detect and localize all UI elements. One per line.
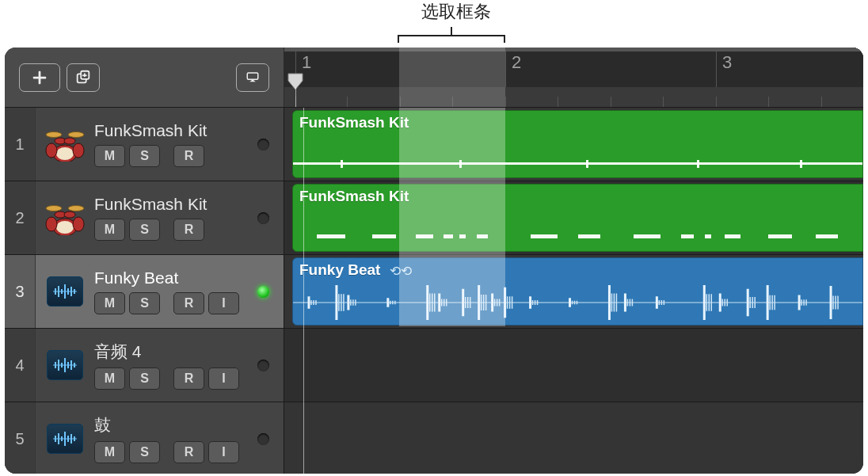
track-header[interactable]: 2FunkSmash KitMSR <box>5 181 284 254</box>
track-number: 1 <box>5 108 36 181</box>
track-name: Funky Beat <box>94 268 257 288</box>
track-row: 4音频 4MSRI <box>5 329 863 402</box>
mute-button[interactable]: M <box>94 219 125 241</box>
record-enable-button[interactable]: R <box>173 292 204 314</box>
track-name: 音频 4 <box>94 341 257 363</box>
record-enable-button[interactable]: R <box>173 441 204 463</box>
ruler[interactable]: 123 <box>284 48 863 107</box>
record-led <box>257 360 269 371</box>
ruler-mark: 2 <box>512 52 521 73</box>
track-number: 3 <box>5 255 36 328</box>
mute-button[interactable]: M <box>94 441 125 463</box>
marquee-ruler-highlight <box>399 48 505 107</box>
record-enable-button[interactable]: R <box>173 367 204 390</box>
track-lane[interactable]: FunkSmash Kit <box>284 181 863 254</box>
region[interactable]: FunkSmash Kit <box>292 184 863 252</box>
input-monitor-button[interactable]: I <box>208 292 239 314</box>
track-controls-header <box>5 48 284 107</box>
record-led <box>257 212 269 224</box>
audio-track-icon <box>36 276 94 307</box>
svg-rect-5 <box>82 74 87 76</box>
track-number: 2 <box>5 181 36 254</box>
track-number: 4 <box>5 329 36 402</box>
track-row: 2FunkSmash KitMSRFunkSmash Kit <box>5 181 863 255</box>
input-monitor-button[interactable]: I <box>208 367 239 390</box>
ruler-mark: 3 <box>722 52 732 73</box>
callout-label: 选取框条 <box>402 0 511 24</box>
track-name: 鼓 <box>94 414 257 436</box>
record-led <box>257 139 269 150</box>
mute-button[interactable]: M <box>94 367 125 390</box>
region-label: FunkSmash Kit <box>299 114 409 131</box>
track-name: FunkSmash Kit <box>94 195 257 214</box>
record-enable-button[interactable]: R <box>173 145 204 167</box>
audio-track-icon <box>36 350 94 380</box>
track-header[interactable]: 4音频 4MSRI <box>5 329 284 402</box>
drum-kit-icon <box>36 200 94 235</box>
track-name: FunkSmash Kit <box>94 121 257 140</box>
track-number: 5 <box>5 402 36 474</box>
solo-button[interactable]: S <box>129 292 160 314</box>
marquee-ruler-strip[interactable] <box>284 48 863 51</box>
solo-button[interactable]: S <box>129 367 160 390</box>
solo-button[interactable]: S <box>129 145 160 167</box>
tracks-header: 123 <box>5 48 863 108</box>
drum-kit-icon <box>36 127 94 162</box>
svg-rect-1 <box>33 76 47 78</box>
audio-track-icon <box>36 424 94 454</box>
track-row: 3Funky BeatMSRIFunky Beat⟲⟲ <box>5 255 863 329</box>
mute-button[interactable]: M <box>94 145 125 167</box>
mute-button[interactable]: M <box>94 292 125 314</box>
input-monitor-button[interactable]: I <box>208 441 239 463</box>
callout-bracket <box>398 27 505 44</box>
region-label: FunkSmash Kit <box>299 188 409 205</box>
record-enable-button[interactable]: R <box>173 219 204 241</box>
add-track-button[interactable] <box>19 63 60 92</box>
track-lane[interactable] <box>284 402 863 474</box>
ruler-mark: 1 <box>302 52 311 73</box>
region-label: Funky Beat <box>299 261 380 279</box>
track-header[interactable]: 1FunkSmash KitMSR <box>5 108 284 181</box>
record-led <box>257 433 269 445</box>
svg-rect-6 <box>247 73 258 79</box>
solo-button[interactable]: S <box>129 441 160 463</box>
record-led <box>257 286 269 298</box>
region[interactable]: Funky Beat⟲⟲ <box>292 257 863 326</box>
solo-button[interactable]: S <box>129 219 160 241</box>
loop-icon: ⟲⟲ <box>390 263 412 280</box>
track-lane[interactable]: FunkSmash Kit <box>284 108 863 181</box>
duplicate-track-button[interactable] <box>67 63 100 92</box>
region[interactable]: FunkSmash Kit <box>292 110 863 178</box>
track-header[interactable]: 3Funky BeatMSRI <box>5 255 284 328</box>
track-lane[interactable] <box>284 329 863 402</box>
tracks-area: 123 1FunkSmash KitMSRFunkSmash Kit2FunkS… <box>5 48 863 474</box>
track-lane[interactable]: Funky Beat⟲⟲ <box>284 255 863 328</box>
tracks-list: 1FunkSmash KitMSRFunkSmash Kit2FunkSmash… <box>5 108 863 474</box>
track-header[interactable]: 5鼓MSRI <box>5 402 284 474</box>
track-row: 5鼓MSRI <box>5 402 863 474</box>
global-tracks-button[interactable] <box>236 63 269 92</box>
track-row: 1FunkSmash KitMSRFunkSmash Kit <box>5 108 863 181</box>
